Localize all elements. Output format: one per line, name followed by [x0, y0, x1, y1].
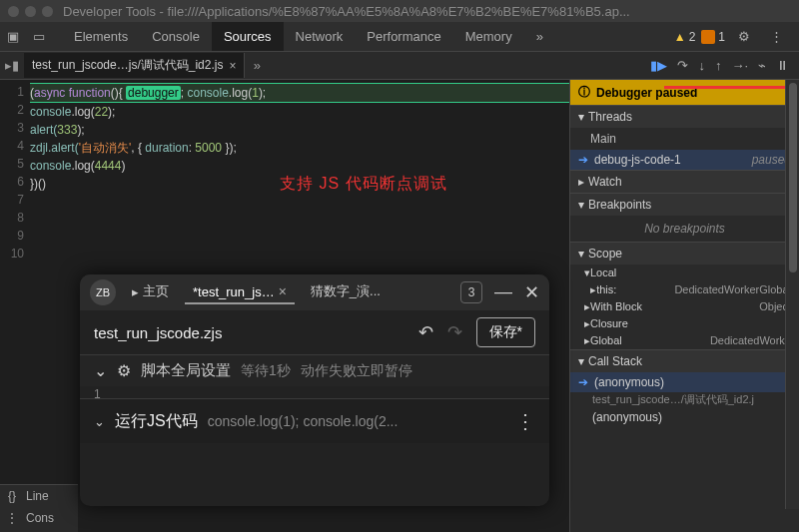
tab-sources[interactable]: Sources	[212, 22, 284, 51]
device-icon[interactable]: ▭	[26, 24, 52, 50]
code-line-5: alert(333);	[30, 121, 569, 139]
threads-header[interactable]: ▾Threads	[570, 105, 799, 128]
scrollbar[interactable]	[785, 80, 799, 509]
warning-count: 2	[689, 30, 696, 44]
step-row[interactable]: 1 ⌄ 运行JS代码 console.log(1); console.log(2…	[80, 398, 549, 443]
global-settings-row[interactable]: ⌄ ⚙ 脚本全局设置 等待1秒 动作失败立即暂停	[80, 354, 549, 386]
window-title: Developer Tools - file:///Applications/%…	[63, 4, 630, 19]
tab-network[interactable]: Network	[284, 22, 356, 51]
paused-banner: ⓘDebugger paused	[570, 80, 799, 105]
tab-elements[interactable]: Elements	[62, 22, 140, 51]
file-tab-label: test_run_jscode…js/调试代码_id2.js	[32, 57, 223, 74]
app-logo-icon[interactable]: ZB	[90, 279, 116, 305]
scope-global[interactable]: ▸ GlobalDedicatedWorke	[570, 332, 799, 349]
tab-performance[interactable]: Performance	[355, 22, 452, 51]
gear-icon: ⚙	[117, 361, 131, 380]
callstack-current[interactable]: ➔ (anonymous)	[570, 372, 799, 392]
overlay-app-window[interactable]: ZB ▸主页 *test_run_js…× 猜数字_演... 3 — ✕ tes…	[80, 274, 549, 506]
annotation-underline	[664, 86, 799, 89]
step-over-icon[interactable]: ↷	[677, 58, 688, 73]
devtools-toolbar: ▣ ▭ Elements Console Sources Network Per…	[0, 22, 799, 52]
scrollbar-thumb[interactable]	[789, 83, 797, 272]
step-menu-icon[interactable]: ⋮	[515, 409, 535, 433]
thread-current-name: debug-js-code-1	[594, 153, 681, 167]
scope-header[interactable]: ▾Scope	[570, 242, 799, 265]
scope-with-block[interactable]: ▸ With BlockObject	[570, 298, 799, 315]
console-label[interactable]: Cons	[26, 511, 54, 525]
thread-main[interactable]: Main	[570, 128, 799, 150]
chevron-down-icon: ▾	[578, 198, 584, 212]
no-breakpoints: No breakpoints	[570, 216, 799, 242]
chevron-down-icon: ⌄	[94, 361, 107, 380]
callstack-header[interactable]: ▾Call Stack	[570, 349, 799, 372]
overlay-title: test_run_jscode.zjs	[94, 324, 222, 341]
bottom-drawer: {}Line ⋮Cons	[0, 484, 78, 532]
deactivate-bp-icon[interactable]: ⌁	[758, 58, 766, 73]
minimize-icon[interactable]: —	[494, 281, 512, 303]
step-icon[interactable]: →·	[731, 58, 748, 73]
error-icon	[701, 30, 715, 44]
step-preview: console.log(1); console.log(2...	[208, 413, 505, 429]
file-tab-overflow[interactable]: »	[245, 58, 269, 73]
file-tab[interactable]: test_run_jscode…js/调试代码_id2.js ×	[24, 53, 245, 78]
inspect-icon[interactable]: ▣	[0, 24, 26, 50]
scope-this[interactable]: ▸ this: DedicatedWorkerGlobal	[570, 281, 799, 298]
step-into-icon[interactable]: ↓	[698, 58, 705, 73]
settings-icon[interactable]: ⚙	[731, 24, 757, 50]
save-button[interactable]: 保存*	[476, 317, 535, 347]
callstack-frame[interactable]: (anonymous)	[570, 407, 799, 427]
close-dot[interactable]	[8, 6, 19, 17]
file-tab-close-icon[interactable]: ×	[229, 59, 236, 73]
tab-console[interactable]: Console	[140, 22, 212, 51]
breakpoints-header[interactable]: ▾Breakpoints	[570, 193, 799, 216]
line-gutter: 12345678910	[0, 80, 30, 263]
step-number: 1	[94, 387, 101, 401]
resume-icon[interactable]: ▮▶	[650, 58, 667, 73]
error-count: 1	[718, 30, 725, 44]
warning-badge[interactable]: ▲2	[674, 30, 696, 44]
code-line-3: console.log(22);	[30, 103, 569, 121]
overlay-tab-other[interactable]: 猜数字_演...	[303, 279, 389, 305]
code-line-1: (async function(){ debugger; console.log…	[30, 83, 569, 103]
min-dot[interactable]	[25, 6, 36, 17]
close-icon[interactable]: ✕	[524, 281, 539, 303]
warning-icon: ▲	[674, 30, 686, 44]
chevron-down-icon: ▾	[578, 110, 584, 124]
step-label: 运行JS代码	[115, 411, 198, 432]
overlay-tab-home[interactable]: ▸主页	[124, 279, 177, 305]
error-badge[interactable]: 1	[701, 30, 725, 44]
current-arrow-icon: ➔	[578, 153, 588, 167]
global-settings-label: 脚本全局设置	[141, 361, 231, 380]
braces-icon[interactable]: {}	[4, 489, 20, 503]
chevron-down-icon: ⌄	[94, 414, 105, 429]
overlay-tab-close-icon[interactable]: ×	[279, 283, 287, 299]
debugger-panel: ⓘDebugger paused ▾Threads Main ➔ debug-j…	[569, 80, 799, 532]
overlay-tab-active[interactable]: *test_run_js…×	[185, 280, 295, 304]
copy-badge[interactable]: 3	[460, 281, 482, 303]
chevron-down-icon: ▾	[578, 354, 584, 368]
redo-icon[interactable]: ↷	[447, 321, 462, 343]
max-dot[interactable]	[42, 6, 53, 17]
navigator-toggle-icon[interactable]: ▸▮	[0, 58, 24, 73]
file-tabs-row: ▸▮ test_run_jscode…js/调试代码_id2.js × » ▮▶…	[0, 52, 799, 80]
chevron-right-icon: ▸	[578, 175, 584, 189]
callstack-current-file: test_run_jscode…/调试代码_id2.j	[570, 392, 799, 407]
thread-current[interactable]: ➔ debug-js-code-1 paused	[570, 150, 799, 170]
kebab-icon[interactable]: ⋮	[763, 24, 789, 50]
scope-local[interactable]: ▾ Local	[570, 265, 799, 281]
global-settings-hint2: 动作失败立即暂停	[301, 362, 412, 380]
console-drawer-icon[interactable]: ⋮	[4, 511, 20, 525]
code-line-9: console.log(4444)	[30, 157, 569, 175]
line-label: Line	[26, 489, 49, 503]
window-titlebar: Developer Tools - file:///Applications/%…	[0, 0, 799, 22]
undo-icon[interactable]: ↶	[418, 321, 433, 343]
step-out-icon[interactable]: ↑	[715, 58, 722, 73]
red-annotation: 支持 JS 代码断点调试	[280, 174, 447, 195]
overlay-tabbar: ZB ▸主页 *test_run_js…× 猜数字_演... 3 — ✕	[80, 274, 549, 310]
info-icon: ⓘ	[578, 84, 590, 101]
tab-memory[interactable]: Memory	[453, 22, 524, 51]
tab-overflow[interactable]: »	[524, 22, 555, 51]
scope-closure[interactable]: ▸ Closure	[570, 315, 799, 332]
pause-exceptions-icon[interactable]: ⏸	[776, 58, 789, 73]
watch-header[interactable]: ▸Watch	[570, 170, 799, 193]
